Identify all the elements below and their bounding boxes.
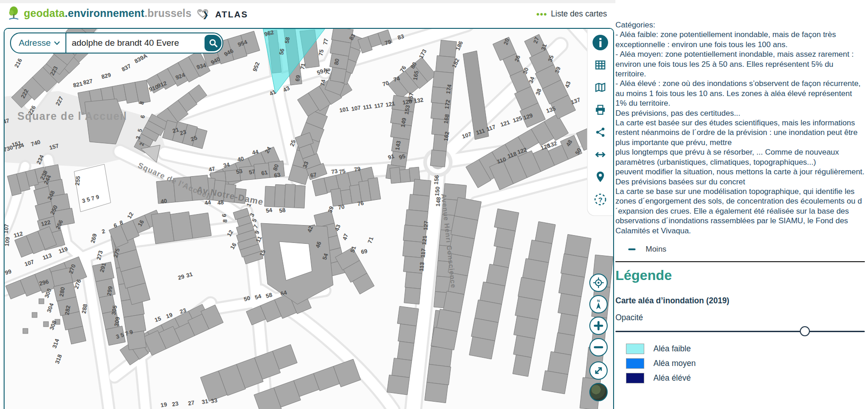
description-paragraph: Catégories: <box>615 20 865 30</box>
description-paragraph: - Aléa moyen: zone potentiellement inond… <box>615 49 865 79</box>
chevron-down-icon <box>54 41 60 45</box>
help-icon: ? <box>594 193 607 206</box>
compass-control-button[interactable]: N <box>589 295 608 313</box>
map-tool-button[interactable] <box>592 79 609 96</box>
legend-swatch <box>626 344 644 354</box>
marker-tool-button[interactable] <box>592 169 609 185</box>
compass-icon: N <box>593 298 604 310</box>
table-tool-button[interactable] <box>592 57 609 73</box>
fullscreen-icon <box>593 365 604 376</box>
panel-divider <box>615 261 865 262</box>
show-less-button[interactable]: Moins <box>628 245 868 254</box>
zoom-out-control-button[interactable] <box>589 338 608 356</box>
logo-geodata: geodata <box>24 7 65 19</box>
breadcrumb: ❯ ATLAS <box>202 10 248 20</box>
legend-label: Aléa élévé <box>653 373 691 383</box>
share-tool-button[interactable] <box>592 124 609 140</box>
info-panel: Catégories:- Aléa faible: zone potentiel… <box>615 0 868 409</box>
opacity-slider-track[interactable] <box>615 331 865 333</box>
opacity-label: Opacité <box>615 313 868 323</box>
print-icon <box>594 104 606 116</box>
search-bar: Adresse <box>10 32 223 54</box>
description-paragraph: La carte se base sur une modélisation to… <box>615 187 865 236</box>
description-paragraph: Des prévisions, pas des certitudes... <box>615 108 865 118</box>
search-category-label: Adresse <box>19 38 51 48</box>
share-icon <box>595 127 606 138</box>
info-tool-button[interactable] <box>592 34 609 51</box>
legend-row: Aléa faible <box>626 344 868 354</box>
marker-icon <box>595 171 605 183</box>
opacity-slider[interactable] <box>615 326 865 337</box>
liste-des-cartes-button[interactable]: ••• Liste des cartes <box>536 9 607 19</box>
map-toolbar: ? <box>588 29 613 215</box>
layer-title: Carte aléa d’inondation (2019) <box>615 296 868 306</box>
layer-description: Catégories:- Aléa faible: zone potentiel… <box>615 0 868 236</box>
map-controls: N <box>589 274 608 401</box>
logo-environnement: .environnement <box>65 7 145 19</box>
map-container[interactable]: Square de l'AccueilSquare de l'AccueilAv… <box>4 28 614 409</box>
description-paragraph: plus longtemps que prévu à se résorber, … <box>615 147 865 167</box>
geolocate-control-button[interactable] <box>589 274 608 292</box>
description-paragraph: - Aléa faible: zone potentiellement inon… <box>615 30 865 49</box>
search-category-select[interactable]: Adresse <box>11 33 65 53</box>
app-title: ATLAS <box>215 10 248 20</box>
tree-logo-icon <box>7 6 20 21</box>
logo-text: geodata.environnement.brussels <box>24 7 191 20</box>
legend-swatch <box>626 373 644 383</box>
map-icon <box>594 81 606 93</box>
fullscreen-control-button[interactable] <box>589 361 608 380</box>
opacity-slider-handle[interactable] <box>800 326 810 336</box>
search-input[interactable] <box>66 38 205 48</box>
zoom-in-icon <box>593 320 604 331</box>
zoom-out-icon <box>593 342 604 353</box>
logo-brussels: .brussels <box>145 7 192 19</box>
geolocate-icon <box>593 277 604 289</box>
measure-tool-button[interactable] <box>592 146 609 163</box>
minus-icon <box>628 248 636 250</box>
basemap[interactable] <box>5 29 613 409</box>
legend-title: Légende <box>615 268 868 283</box>
description-paragraph: Des prévisions basées sur du concret <box>615 177 865 187</box>
search-icon <box>209 38 218 48</box>
legend-items: Aléa faibleAléa moyenAléa élévé <box>615 344 868 383</box>
chevron-right-icon: ❯ <box>202 10 209 20</box>
table-icon <box>594 59 606 71</box>
info-icon <box>592 34 609 51</box>
search-button[interactable] <box>205 35 221 51</box>
description-paragraph: La carte est basée sur des études scient… <box>615 118 865 147</box>
legend-swatch <box>626 358 644 369</box>
description-paragraph: peuvent modifier la situation, nous mett… <box>615 167 865 177</box>
help-tool-button[interactable]: ? <box>592 191 609 208</box>
site-logo[interactable]: geodata.environnement.brussels <box>7 6 209 21</box>
print-tool-button[interactable] <box>592 102 609 118</box>
show-less-label: Moins <box>646 245 666 254</box>
description-paragraph: - Aléa élevé : zone où des inondations s… <box>615 79 865 108</box>
svg-text:?: ? <box>598 196 602 204</box>
svg-text:N: N <box>597 299 600 303</box>
basemap-toggle-button[interactable] <box>589 383 608 401</box>
legend-label: Aléa faible <box>653 344 691 354</box>
dots-icon: ••• <box>536 12 547 16</box>
measure-icon <box>594 149 606 161</box>
legend-row: Aléa élévé <box>626 373 868 383</box>
legend-row: Aléa moyen <box>626 358 868 369</box>
legend-label: Aléa moyen <box>653 359 695 368</box>
liste-des-cartes-label: Liste des cartes <box>551 9 607 19</box>
zoom-in-control-button[interactable] <box>589 317 608 335</box>
